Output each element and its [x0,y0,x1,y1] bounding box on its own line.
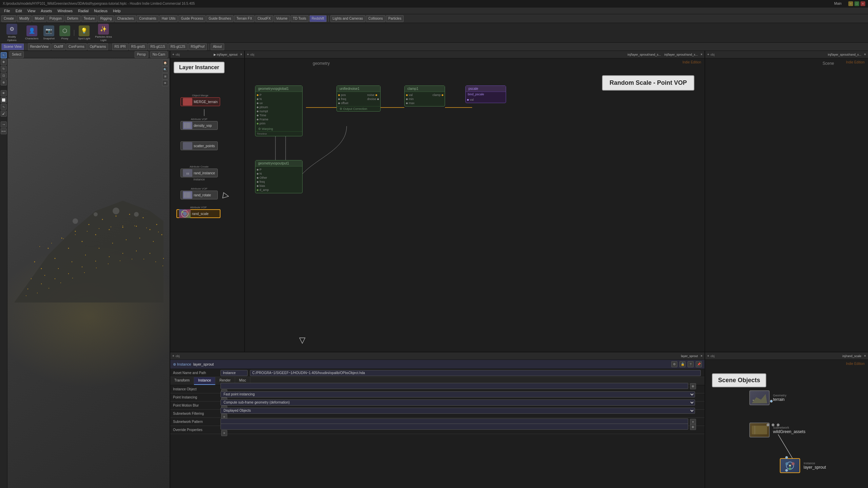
close-button[interactable]: × [861,1,865,6]
rs-gt11-btn[interactable]: RS-gt11S [148,43,167,50]
toolbar-texture[interactable]: Texture [81,15,97,22]
paint-select-tool[interactable]: 🖌 [1,111,7,117]
rand-scale-box[interactable]: rand_scale [176,209,220,218]
toolbar-characters[interactable]: Characters [115,15,136,22]
menu-radial[interactable]: Radial [75,8,91,14]
vop-add-btn[interactable]: + [247,53,249,56]
point-motion-blur-select[interactable]: Compute sub-frame geometry (deformation) [220,399,695,406]
shelf-particles-area-light[interactable]: ✨ Particles Area Light [93,23,114,42]
menu-file[interactable]: File [1,8,13,14]
render-btn[interactable]: RenderView [28,43,51,50]
layer-instancer-graph[interactable]: Object Merge MERGE_terrain Attribute VOP [170,79,244,352]
rs-gtprof-btn[interactable]: RSgtProf [188,43,207,50]
vp-zoom-btn[interactable]: 🔍 [162,66,168,73]
override-properties-input[interactable] [220,424,688,430]
conforms-btn[interactable]: ConForms [66,43,87,50]
props-close[interactable]: × [700,354,702,358]
vop-tab[interactable]: inj/layer_sprout/rand_s... [628,53,661,56]
shelf-snapshot[interactable]: 📷 Snapshot [41,25,57,41]
toolbar-constraints[interactable]: Constraints [137,15,159,22]
shelf-characters[interactable]: 👤 Characters [23,25,40,41]
rs-gt12-btn[interactable]: RS-gt12S [168,43,188,50]
viewport-canvas[interactable]: 🏠 🔍 ⊞ 👁 [7,58,170,488]
shelf-modify-options[interactable]: ⚙ Modify Options [1,23,22,42]
handle-tool[interactable]: ⊕ [1,79,7,85]
toolbar-modify[interactable]: Modify [17,15,32,22]
scene-tab-name[interactable]: inj/rand_scale [843,354,862,358]
toolbar-volume[interactable]: Volume [274,15,290,22]
toolbar-model[interactable]: Model [32,15,46,22]
scene-node-terrain[interactable]: Geometry terrain [749,390,787,405]
subnetwork-filtering-select[interactable]: Displayed Objects All Objects [220,408,695,414]
toolbar-create[interactable]: Create [1,15,16,22]
lasso-select-tool[interactable]: ∿ [1,104,7,110]
rs-ipr-btn[interactable]: RS IPR [112,43,128,50]
override-prop-btn2[interactable]: ≡ [221,430,227,436]
node-unified-noise[interactable]: unifiednoise1 pos freq [336,85,381,112]
shelf-proxy[interactable]: ⬡ Proxy [57,25,72,41]
props-info-btn[interactable]: ? [688,361,694,367]
vop-close[interactable]: × [700,53,702,56]
asset-path-input[interactable] [250,370,701,376]
toolbar-deform[interactable]: Deform [65,15,81,22]
rand-rotate-box[interactable]: rand_rotate [180,191,218,199]
point-instancing-select[interactable]: Fast point instancing Full point instanc… [220,391,695,397]
toolbar-collisions[interactable]: Collisions [366,15,385,22]
node-geo-vop-global[interactable]: geometryvopglobal1 P N [255,85,303,136]
props-add-btn[interactable]: + [172,354,174,358]
scene-close[interactable]: × [864,354,866,358]
toolbar-cloudfx[interactable]: CloudFX [255,15,273,22]
toolbar-guide-brushes[interactable]: Guide Brushes [206,15,233,22]
menu-assets[interactable]: Assets [38,8,55,14]
toolbar-terrain-fx[interactable]: Terrain FX [234,15,254,22]
toolbar-particles[interactable]: Particles [386,15,404,22]
density-vop-box[interactable]: density_vop [180,121,218,130]
toolbar-lights-cameras[interactable]: Lights and Cameras [330,15,366,22]
vp-grid-btn[interactable]: ⊞ [162,73,168,79]
instance-object-pick[interactable]: ⊕ [690,383,696,389]
right-close[interactable]: × [864,53,866,56]
node-rand-scale[interactable]: Attribute VOP [176,206,220,218]
right-add-btn[interactable]: + [707,53,709,56]
right-tab[interactable]: inj/layer_sprout/rand_x... [828,53,862,56]
node-rand-instance[interactable]: Attribute Create ⚏ rand_instance instanc… [180,165,218,181]
rand-instance-box[interactable]: ⚏ rand_instance [180,169,218,177]
toolbar-hair-utils[interactable]: Hair Utils [159,15,178,22]
toolbar-polygon[interactable]: Polygon [47,15,64,22]
node-pscale[interactable]: pscale bind_pscale val [465,85,506,103]
out-btn[interactable]: Out/Iff [52,43,65,50]
panel-tab-left[interactable]: ▶ inj/layer_sprout [214,53,238,56]
menu-view[interactable]: View [25,8,38,14]
props-pin-btn[interactable]: 📌 [696,361,702,367]
maximize-button[interactable]: □ [854,1,859,6]
menu-help[interactable]: Help [110,8,123,14]
shelf-spot-light[interactable]: 💡 Spot Light [76,25,92,41]
toolbar-guide-process[interactable]: Guide Process [178,15,206,22]
node-density-vop[interactable]: Attribute VOP density_vop [180,118,218,130]
tab-instance[interactable]: Instance [194,377,215,385]
about-btn[interactable]: About [211,43,224,50]
box-select-tool[interactable]: ⬜ [1,97,7,103]
panel-add-btn[interactable]: + [172,53,174,56]
props-gear-btn[interactable]: ⚙ [671,361,677,367]
scene-view-btn[interactable]: Scene View [1,43,24,50]
node-rand-rotate[interactable]: Attribute VOP rand_rotate [180,187,218,199]
transform-tool[interactable]: ✥ [1,59,7,65]
instance-object-input[interactable] [220,383,688,389]
props-lock-btn[interactable]: 🔒 [679,361,686,367]
toolbar-redshift[interactable]: Redshift [309,15,327,22]
measure-tool[interactable]: ⟺ [1,128,7,134]
scene-add-btn[interactable]: + [707,354,709,358]
scatter-points-box[interactable]: scatter_points [180,141,218,150]
rotate-tool[interactable]: ↻ [1,66,7,72]
vop-tab2[interactable]: inj/layer_sprout/rand_x... [664,53,698,56]
asset-name-input[interactable] [220,370,248,376]
tab-transform[interactable]: Transform [170,377,194,385]
scale-tool[interactable]: ⊡ [1,73,7,79]
minimize-button[interactable]: − [848,1,853,6]
view-tool[interactable]: 👁 [1,90,7,96]
menu-nucleus[interactable]: Nucleus [91,8,110,14]
snap-tool[interactable]: ⊸ [1,121,7,128]
vp-vis-btn[interactable]: 👁 [162,80,168,86]
node-merge-terrain[interactable]: Object Merge MERGE_terrain [180,94,220,106]
